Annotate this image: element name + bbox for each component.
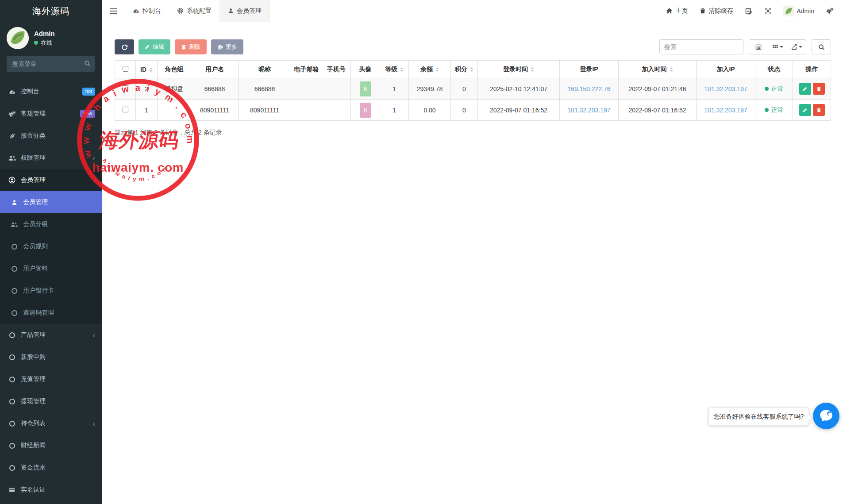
header-actions: 操作	[793, 61, 831, 78]
table-row: 2 模拟盘 666888 666888 6 1 29349.78 0 2025-…	[115, 78, 831, 100]
sidebar-item-member-groups[interactable]: 会员分组	[0, 213, 102, 235]
sidebar-toggle[interactable]	[102, 0, 125, 22]
sidebar-item-label: 产品管理	[21, 331, 46, 339]
gear-icon	[177, 8, 184, 14]
header-login-time[interactable]: 登录时间	[478, 61, 560, 78]
row-delete-button[interactable]	[813, 104, 825, 116]
ip-link[interactable]: 169.150.222.76	[567, 85, 610, 92]
sidebar-item-label: 提现管理	[21, 397, 46, 405]
sidebar-item-permissions[interactable]: 权限管理 ‹	[0, 147, 102, 169]
users-icon	[9, 222, 19, 227]
search-icon[interactable]	[84, 60, 91, 67]
row-edit-button[interactable]	[799, 83, 811, 95]
header-balance[interactable]: 余额	[409, 61, 451, 78]
status-dot-icon	[765, 108, 769, 112]
sidebar-item-dashboard[interactable]: 控制台 hot	[0, 81, 102, 103]
cell-login-time: 2022-09-07 01:16:52	[478, 100, 560, 121]
sort-icon	[470, 67, 473, 72]
sidebar-item-recharge-management[interactable]: 充值管理	[0, 368, 102, 390]
sort-icon	[670, 67, 673, 72]
header-join-time[interactable]: 加入时间	[619, 61, 697, 78]
tab-member-management[interactable]: 会员管理	[219, 0, 270, 22]
search-button[interactable]	[812, 39, 831, 54]
sidebar-item-user-bank-cards[interactable]: 用户银行卡	[0, 280, 102, 302]
select-all-checkbox[interactable]	[123, 66, 128, 72]
sidebar-item-label: 会员分组	[23, 220, 48, 228]
home-button[interactable]: 主页	[666, 7, 688, 15]
header-avatar: 头像	[351, 61, 380, 78]
ip-link[interactable]: 101.32.203.197	[704, 85, 747, 92]
delete-button[interactable]: 删除	[175, 39, 207, 54]
columns-button[interactable]	[768, 39, 787, 54]
settings-button[interactable]	[826, 8, 834, 14]
sidebar-item-user-profile[interactable]: 用户资料	[0, 258, 102, 280]
online-dot-icon	[34, 41, 38, 45]
sidebar-item-real-name-verification[interactable]: 实名认证	[0, 479, 102, 501]
language-icon	[745, 8, 753, 15]
cell-status: 正常	[755, 78, 793, 100]
row-checkbox[interactable]	[123, 85, 128, 91]
sidebar-item-label: 常规管理	[21, 110, 46, 118]
sort-icon	[149, 68, 153, 72]
tab-label: 控制台	[142, 7, 161, 15]
header-status: 状态	[755, 61, 793, 78]
language-button[interactable]	[745, 8, 753, 15]
table-search-input[interactable]	[659, 39, 743, 54]
brand: 海外源码	[0, 0, 102, 22]
chat-prompt-text: 您准备好体验在线客服系统了吗?	[714, 413, 804, 421]
refresh-button[interactable]	[115, 39, 134, 54]
sidebar-item-member-management[interactable]: 会员管理	[0, 191, 102, 213]
toolbar: 编辑 删除 更多	[115, 39, 831, 54]
sidebar-item-withdrawal-management[interactable]: 提现管理	[0, 390, 102, 412]
sidebar-item-product-management[interactable]: 产品管理 ‹	[0, 324, 102, 346]
sidebar-item-member-rules[interactable]: 会员规则	[0, 235, 102, 258]
sidebar-item-members[interactable]: 会员管理	[0, 169, 102, 191]
header-phone: 手机号	[322, 61, 351, 78]
tab-system-config[interactable]: 系统配置	[169, 0, 219, 22]
ip-link[interactable]: 101.32.203.197	[567, 107, 610, 114]
header-points[interactable]: 积分	[451, 61, 478, 78]
sidebar-item-label: 持仓列表	[21, 419, 46, 427]
trash-icon	[700, 8, 706, 14]
cell-login-ip: 101.32.203.197	[560, 100, 619, 121]
cogs-icon	[826, 8, 834, 14]
sidebar-item-stock-category[interactable]: 股市分类	[0, 125, 102, 147]
home-label: 主页	[675, 7, 688, 15]
export-button[interactable]	[787, 39, 806, 54]
more-button[interactable]: 更多	[211, 39, 243, 54]
fullscreen-button[interactable]	[765, 8, 771, 14]
sidebar-item-label: 财经新闻	[21, 442, 46, 450]
sidebar-item-fund-flow[interactable]: 资金流水	[0, 457, 102, 479]
sidebar-item-finance-news[interactable]: 财经新闻	[0, 435, 102, 457]
sidebar-item-ipo-subscription[interactable]: 新股申购	[0, 346, 102, 368]
refresh-icon	[121, 44, 128, 50]
circle-icon	[7, 399, 17, 404]
delete-label: 删除	[189, 43, 200, 51]
ip-link[interactable]: 101.32.203.197	[704, 107, 747, 114]
sidebar-item-positions-list[interactable]: 持仓列表 ‹	[0, 412, 102, 435]
cell-actions	[793, 78, 831, 100]
user-icon	[228, 8, 234, 14]
chat-button[interactable]	[813, 403, 839, 429]
row-edit-button[interactable]	[799, 104, 811, 116]
clear-cache-button[interactable]: 清除缓存	[700, 7, 733, 15]
main: 控制台 系统配置 会员管理 主页 清除缓存	[102, 0, 843, 504]
tab-label: 系统配置	[187, 7, 212, 15]
sidebar-item-label: 用户银行卡	[23, 287, 54, 295]
sidebar-item-general-management[interactable]: 常规管理 new	[0, 103, 102, 125]
header-id[interactable]: ID	[136, 61, 158, 78]
sidebar-item-invite-codes[interactable]: 邀请码管理	[0, 302, 102, 324]
sort-icon	[400, 67, 404, 72]
avatar-badge: 8	[360, 103, 371, 118]
row-delete-button[interactable]	[813, 83, 825, 95]
sidebar-search-input[interactable]	[7, 56, 95, 72]
header-level[interactable]: 等级	[380, 61, 409, 78]
avatar	[783, 6, 794, 16]
user-menu[interactable]: Admin	[783, 6, 814, 16]
tab-dashboard[interactable]: 控制台	[125, 0, 169, 22]
pagination-toggle-button[interactable]	[749, 39, 768, 54]
sidebar-search	[7, 56, 95, 72]
edit-button[interactable]: 编辑	[139, 39, 170, 54]
row-checkbox[interactable]	[123, 107, 128, 112]
header-username: 用户名	[191, 61, 239, 78]
